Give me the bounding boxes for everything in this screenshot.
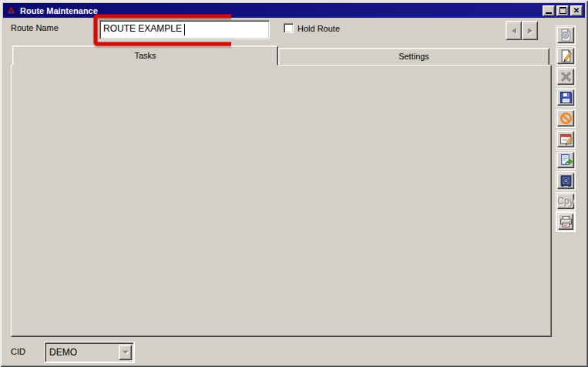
print-icon: [559, 215, 573, 228]
tab-tasks[interactable]: Tasks: [12, 45, 278, 66]
next-arrow-icon: [528, 28, 536, 34]
edit-button[interactable]: [556, 46, 576, 66]
cpy-button[interactable]: Cpy: [556, 192, 576, 210]
schedule-edit-icon: [559, 133, 573, 146]
app-logo-icon: [6, 5, 16, 15]
cid-label: CID: [11, 347, 25, 357]
route-name-input-text[interactable]: [103, 23, 257, 34]
close-button[interactable]: ✕: [570, 5, 583, 16]
new-record-button[interactable]: [556, 25, 576, 45]
chevron-down-icon: [122, 350, 129, 355]
maximize-icon: [559, 7, 566, 14]
save-icon: [559, 91, 573, 104]
maximize-button[interactable]: [556, 5, 569, 16]
schedule-edit-button[interactable]: [556, 130, 576, 149]
copy-route-icon: [559, 153, 573, 167]
print-button[interactable]: [556, 211, 576, 232]
text-caret: [184, 24, 185, 35]
prev-arrow-icon: [509, 28, 516, 34]
route-name-input[interactable]: [99, 20, 270, 39]
close-icon: ✕: [573, 7, 580, 15]
minimize-icon: [546, 12, 552, 14]
delete-button[interactable]: [556, 67, 576, 86]
cid-dropdown-button[interactable]: [119, 345, 132, 360]
window-title: Route Maintenance: [20, 6, 98, 15]
edit-icon: [559, 49, 573, 62]
cid-value: DEMO: [49, 347, 77, 358]
cancel-button[interactable]: [556, 109, 576, 128]
safe-button[interactable]: [556, 171, 576, 190]
hold-route-checkbox[interactable]: [284, 23, 294, 33]
hold-route-label: Hold Route: [297, 24, 340, 34]
safe-icon: [559, 174, 573, 187]
cancel-icon: [559, 112, 573, 125]
title-bar[interactable]: Route Maintenance ✕: [3, 3, 585, 18]
cid-dropdown[interactable]: DEMO: [45, 342, 134, 362]
tab-settings[interactable]: Settings: [278, 48, 549, 66]
save-button[interactable]: [556, 88, 576, 107]
record-prev-button[interactable]: [506, 21, 522, 40]
minimize-button[interactable]: [543, 5, 555, 16]
tasks-tab-panel: [11, 65, 552, 337]
route-maintenance-window: Route Maintenance ✕ Route Name Hold Rout…: [0, 0, 588, 367]
new-record-icon: [559, 29, 573, 42]
record-next-button[interactable]: [522, 21, 538, 40]
route-name-label: Route Name: [11, 23, 59, 33]
cpy-label: Cpy: [557, 196, 573, 207]
delete-icon: [559, 70, 573, 83]
copy-route-button[interactable]: [556, 150, 576, 170]
